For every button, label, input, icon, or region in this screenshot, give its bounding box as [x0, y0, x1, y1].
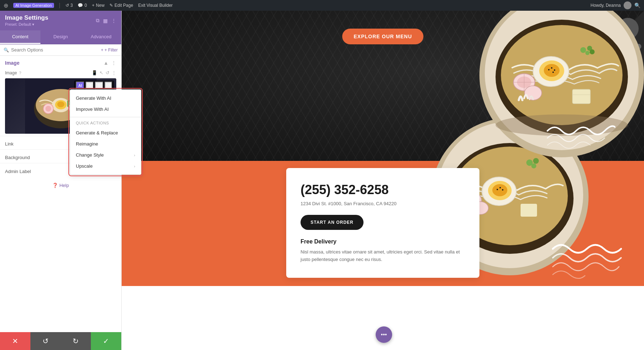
wp-logo-icon[interactable]: ⊕ — [4, 2, 8, 9]
howdy-label: Howdy, Deanna — [591, 3, 621, 8]
cancel-button[interactable]: ✕ — [0, 332, 30, 350]
change-style-item[interactable]: Change Style › — [70, 149, 121, 161]
image-section-title: Image — [5, 60, 19, 66]
improve-with-ai-item[interactable]: Improve With AI — [70, 104, 121, 115]
help-button[interactable]: ❓ Help — [0, 177, 121, 194]
menu-icon[interactable]: ⋮ — [111, 18, 116, 24]
content-area: EXPLORE OUR MENU — [122, 11, 644, 350]
image-toolbar: AI ⚙ 🗑 ↺ — [74, 80, 114, 90]
topbar: ⊕ AI Image Generation | ↺ 3 💬 0 + New ✎ … — [0, 0, 644, 11]
filter-button[interactable]: + + Filter — [101, 48, 118, 53]
delivery-text: Nisl massa, ultrices vitae ornare sit am… — [301, 248, 465, 263]
svg-rect-52 — [521, 204, 537, 217]
comments-count[interactable]: 💬 0 — [78, 3, 87, 8]
tab-advanced[interactable]: Advanced — [81, 30, 121, 44]
ai-image-generation-label[interactable]: AI Image Generation — [13, 3, 54, 8]
settings-toolbar-button[interactable]: ⚙ — [86, 82, 94, 89]
svg-point-19 — [585, 51, 590, 55]
section-menu-icon[interactable]: ⋮ — [111, 60, 116, 66]
svg-point-46 — [497, 189, 498, 190]
undo-button[interactable]: ↺ — [30, 332, 61, 350]
undo-icon: ↺ — [65, 3, 69, 8]
redo-icon: ↻ — [73, 337, 79, 345]
quick-actions-label: Quick Actions — [70, 119, 121, 127]
generate-with-ai-item[interactable]: Generate With AI — [70, 93, 121, 104]
ai-dropdown-menu: Generate With AI Improve With AI Quick A… — [70, 89, 121, 175]
preset-selector[interactable]: Preset: Default ▾ — [5, 22, 48, 27]
svg-point-42 — [531, 163, 536, 168]
svg-rect-33 — [572, 89, 590, 104]
svg-point-20 — [590, 49, 595, 54]
new-button[interactable]: + New — [92, 3, 104, 8]
more-icon[interactable]: ⋮ — [112, 70, 116, 75]
wave-decoration — [544, 109, 615, 154]
trash-toolbar-button[interactable]: 🗑 — [95, 82, 103, 89]
help-icon[interactable]: ? — [19, 71, 21, 75]
upscale-item[interactable]: Upscale › — [70, 161, 121, 172]
svg-point-5 — [57, 102, 64, 107]
admin-label-title: Admin Label — [5, 169, 31, 174]
address: 1234 Divi St. #1000, San Francisco, CA 9… — [301, 201, 465, 206]
check-icon: ✓ — [103, 337, 109, 345]
edit-page-button[interactable]: ✎ Edit Page — [109, 3, 133, 8]
svg-point-17 — [580, 47, 586, 53]
search-icon[interactable]: 🔍 — [634, 3, 640, 8]
mobile-icon[interactable]: 📱 — [92, 70, 97, 75]
pencil-icon: ✎ — [109, 3, 113, 8]
svg-rect-9 — [67, 100, 69, 107]
image-section-header: Image ▲ ⋮ — [0, 56, 121, 68]
link-section-title: Link — [5, 141, 14, 147]
search-input[interactable] — [11, 47, 99, 53]
sidebar-title: Image Settings — [5, 14, 48, 21]
sidebar-content: Image ▲ ⋮ Image ? 📱 ↖ ↺ ⋮ — [0, 56, 121, 350]
hero-section: EXPLORE OUR MENU — [122, 11, 644, 161]
dropdown-separator — [70, 117, 121, 117]
exit-visual-builder-button[interactable]: Exit Visual Builder — [138, 3, 173, 8]
reset-toolbar-button[interactable]: ↺ — [104, 82, 112, 89]
background-section-title: Background — [5, 155, 30, 160]
sidebar-tabs: Content Design Advanced — [0, 30, 121, 44]
comment-icon: 💬 — [78, 3, 83, 8]
confirm-button[interactable]: ✓ — [91, 332, 121, 350]
floating-action-button[interactable]: ••• — [376, 326, 392, 343]
plus-icon: + — [92, 3, 94, 8]
ai-toolbar-button[interactable]: AI — [76, 82, 84, 89]
columns-icon[interactable]: ▦ — [103, 18, 108, 24]
sidebar-header: Image Settings Preset: Default ▾ ⧉ ▦ ⋮ — [0, 11, 121, 30]
svg-point-25 — [551, 67, 552, 69]
phone-number: (255) 352-6258 — [301, 182, 465, 197]
explore-menu-button[interactable]: EXPLORE OUR MENU — [342, 29, 423, 44]
svg-point-45 — [492, 184, 507, 196]
svg-point-27 — [552, 72, 554, 73]
undo-icon: ↺ — [43, 337, 49, 345]
close-icon: ✕ — [12, 337, 18, 345]
svg-point-23 — [544, 64, 560, 77]
start-order-button[interactable]: START AN ORDER — [301, 215, 364, 230]
orange-wave-decoration — [547, 231, 626, 282]
cursor-icon[interactable]: ↖ — [99, 70, 103, 75]
plus-icon: + — [101, 48, 103, 53]
svg-point-24 — [548, 69, 550, 70]
image-label: Image — [5, 70, 17, 75]
undo-count[interactable]: ↺ 3 — [65, 3, 73, 8]
free-delivery-title: Free Delivery — [301, 238, 465, 245]
search-icon: 🔍 — [4, 48, 9, 53]
generate-replace-item[interactable]: Generate & Replace — [70, 127, 121, 138]
section-collapse-icon[interactable]: ▲ — [103, 60, 108, 66]
image-label-row: Image ? 📱 ↖ ↺ ⋮ — [5, 70, 116, 75]
main-area: Image Settings Preset: Default ▾ ⧉ ▦ ⋮ C… — [0, 11, 644, 350]
svg-point-48 — [502, 189, 503, 191]
question-icon: ❓ — [52, 183, 58, 188]
redo-button[interactable]: ↻ — [61, 332, 91, 350]
dots-icon: ••• — [381, 331, 387, 338]
sidebar: Image Settings Preset: Default ▾ ⧉ ▦ ⋮ C… — [0, 11, 122, 350]
copy-icon[interactable]: ⧉ — [96, 18, 99, 24]
svg-point-26 — [554, 69, 555, 71]
reimagine-item[interactable]: Reimagine — [70, 138, 121, 149]
sidebar-bottom-bar: ✕ ↺ ↻ ✓ — [0, 332, 121, 350]
svg-point-7 — [45, 106, 51, 112]
tab-design[interactable]: Design — [40, 30, 81, 44]
tab-content[interactable]: Content — [0, 30, 40, 44]
reset-icon[interactable]: ↺ — [106, 70, 109, 75]
svg-point-47 — [499, 187, 501, 188]
